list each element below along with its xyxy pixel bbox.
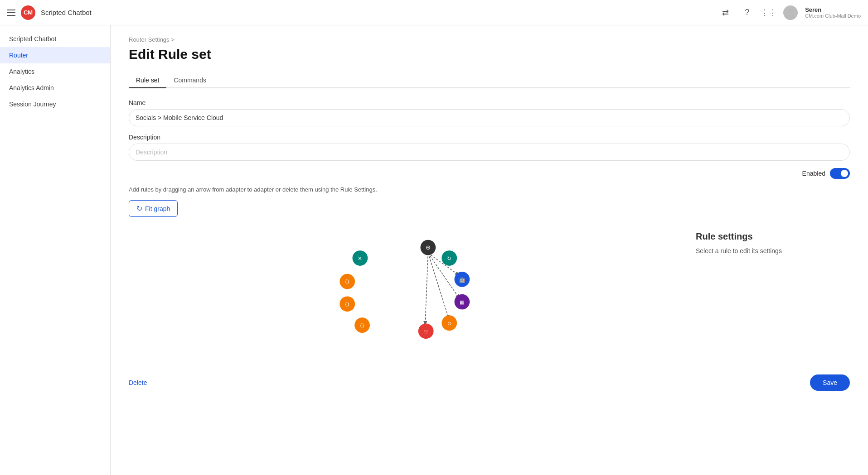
breadcrumb-separator: > xyxy=(171,36,175,43)
rule-settings-panel: Rule settings Select a rule to edit its … xyxy=(696,224,850,262)
svg-text:♡: ♡ xyxy=(424,329,428,335)
bottom-bar: Delete Save xyxy=(129,374,850,391)
description-label: Description xyxy=(129,134,850,141)
svg-text:▦: ▦ xyxy=(460,299,464,305)
app-logo: CM xyxy=(21,5,35,20)
sidebar-item-router[interactable]: Router xyxy=(0,47,110,63)
user-org: CM.com Club-Mall Demo xyxy=(805,13,861,19)
svg-point-0 xyxy=(787,8,794,14)
svg-text:🤖: 🤖 xyxy=(459,276,466,283)
graph-svg: ⊕ ✕ ↻ ⟨⟩ 🤖 ⟨⟩ xyxy=(129,224,685,360)
name-label: Name xyxy=(129,99,850,106)
sidebar-item-scripted-chatbot[interactable]: Scripted Chatbot xyxy=(0,31,110,47)
topnav: CM Scripted Chatbot ⇄ ? ⋮⋮ Seren CM.com … xyxy=(0,0,868,25)
layout: Scripted Chatbot Router Analytics Analyt… xyxy=(0,25,868,475)
tab-commands[interactable]: Commands xyxy=(166,73,213,88)
tabs: Rule set Commands xyxy=(129,73,850,88)
tab-rule-set[interactable]: Rule set xyxy=(129,73,166,88)
name-input[interactable] xyxy=(129,109,850,126)
graph-info-text: Add rules by dragging an arrow from adap… xyxy=(129,186,850,193)
description-field-group: Description xyxy=(129,134,850,161)
svg-line-6 xyxy=(425,253,428,326)
transfer-icon[interactable]: ⇄ xyxy=(718,5,732,20)
fit-graph-label: Fit graph xyxy=(145,205,170,212)
svg-text:⟨⟩: ⟨⟩ xyxy=(360,322,364,329)
delete-button[interactable]: Delete xyxy=(129,379,147,386)
sidebar-item-session-journey[interactable]: Session Journey xyxy=(0,96,110,112)
enabled-label: Enabled xyxy=(802,170,825,177)
app-title: Scripted Chatbot xyxy=(41,9,92,16)
graph-rule-container: ⊕ ✕ ↻ ⟨⟩ 🤖 ⟨⟩ xyxy=(129,224,850,360)
breadcrumb: Router Settings > xyxy=(129,36,850,43)
save-button[interactable]: Save xyxy=(810,374,850,391)
breadcrumb-parent[interactable]: Router Settings xyxy=(129,36,170,43)
svg-text:⊕: ⊕ xyxy=(426,244,431,251)
fit-graph-button[interactable]: ↻ Fit graph xyxy=(129,200,178,217)
svg-text:⟨⟩: ⟨⟩ xyxy=(345,301,349,307)
grid-icon[interactable]: ⋮⋮ xyxy=(761,5,776,20)
svg-point-1 xyxy=(786,15,795,20)
hamburger-icon[interactable] xyxy=(7,10,15,16)
main-content: Router Settings > Edit Rule set Rule set… xyxy=(111,25,868,475)
avatar[interactable] xyxy=(783,5,798,20)
sidebar-item-analytics[interactable]: Analytics xyxy=(0,63,110,80)
enabled-toggle[interactable] xyxy=(830,168,850,179)
refresh-icon: ↻ xyxy=(136,204,142,213)
svg-text:✕: ✕ xyxy=(358,255,362,262)
enabled-row: Enabled xyxy=(129,168,850,179)
help-icon[interactable]: ? xyxy=(740,5,754,20)
svg-text:⟨⟩: ⟨⟩ xyxy=(345,278,349,285)
svg-text:↻: ↻ xyxy=(447,255,451,262)
sidebar: Scripted Chatbot Router Analytics Analyt… xyxy=(0,25,111,475)
user-info: Seren CM.com Club-Mall Demo xyxy=(805,6,861,19)
rule-settings-title: Rule settings xyxy=(696,231,850,242)
sidebar-item-analytics-admin[interactable]: Analytics Admin xyxy=(0,80,110,96)
page-title: Edit Rule set xyxy=(129,47,850,62)
name-field-group: Name xyxy=(129,99,850,126)
topnav-right: ⇄ ? ⋮⋮ Seren CM.com Club-Mall Demo xyxy=(718,5,861,20)
topnav-left: CM Scripted Chatbot xyxy=(7,5,92,20)
graph-area: ⊕ ✕ ↻ ⟨⟩ 🤖 ⟨⟩ xyxy=(129,224,685,360)
user-name: Seren xyxy=(805,6,861,13)
description-input[interactable] xyxy=(129,144,850,161)
rule-settings-hint: Select a rule to edit its settings xyxy=(696,247,850,254)
svg-text:⊜: ⊜ xyxy=(447,321,451,326)
